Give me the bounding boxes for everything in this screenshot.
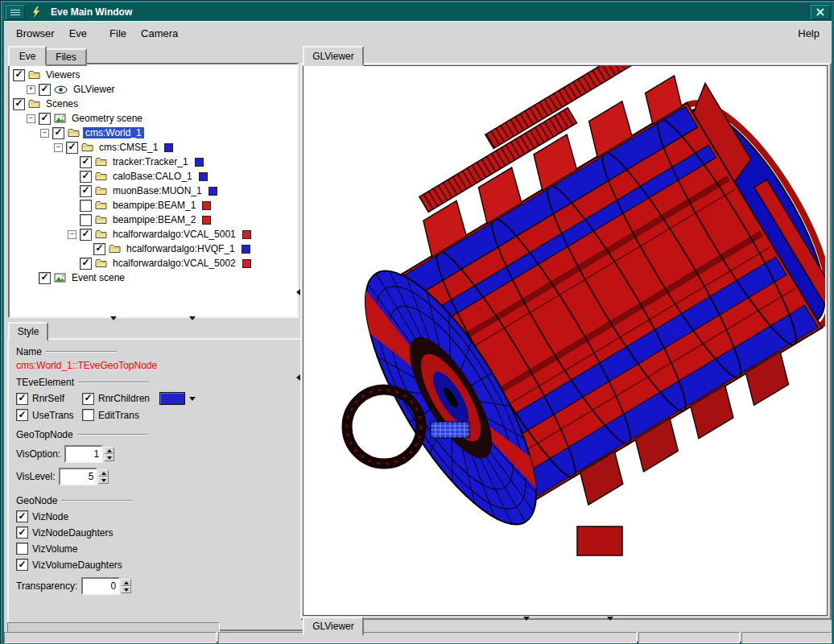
main-color-button[interactable] <box>159 392 185 405</box>
color-swatch <box>208 187 217 196</box>
app-icon <box>28 5 44 19</box>
vislevel-input[interactable] <box>59 468 97 485</box>
transparency-spin-down[interactable] <box>121 586 131 593</box>
tree-checkbox[interactable] <box>80 229 92 241</box>
vizvolumedaughters-checkbox[interactable] <box>16 559 28 571</box>
tree-checkbox[interactable] <box>80 185 92 197</box>
eve-main-window: Eve Main Window Browser Eve File Camera … <box>0 0 834 644</box>
rnrchildren-checkbox[interactable] <box>82 393 94 405</box>
tab-glviewer[interactable]: GLViewer <box>303 46 364 66</box>
tree-expand-icon[interactable] <box>27 85 35 94</box>
tree-row-selected: cms:World_1 <box>40 126 297 140</box>
vizvolumedaughters-option[interactable]: VizVolumeDaughters <box>16 559 304 571</box>
transparency-spin-up[interactable] <box>121 579 131 586</box>
window-menu-button[interactable] <box>6 5 25 19</box>
menu-file[interactable]: File <box>102 24 134 43</box>
tree-item-label[interactable]: caloBase:CALO_1 <box>110 171 195 182</box>
vizvolume-option[interactable]: VizVolume <box>16 543 304 555</box>
tree-collapse-icon[interactable] <box>54 143 63 152</box>
window-title: Eve Main Window <box>51 6 132 18</box>
viznodedaughters-option[interactable]: VizNodeDaughters <box>16 526 304 539</box>
splitter-arrow[interactable] <box>110 316 117 320</box>
vizvolume-checkbox[interactable] <box>16 543 28 555</box>
menu-camera[interactable]: Camera <box>134 24 185 43</box>
color-swatch <box>202 216 211 225</box>
edittrans-checkbox[interactable] <box>82 409 94 421</box>
tab-style[interactable]: Style <box>8 322 48 341</box>
vislevel-spin-down[interactable] <box>98 477 109 484</box>
usetrans-checkbox[interactable] <box>16 409 28 421</box>
splitter-arrow[interactable] <box>189 316 196 320</box>
tab-glviewer-bottom[interactable]: GLViewer <box>303 617 364 636</box>
tree-checkbox[interactable] <box>52 127 64 139</box>
tree-row: Event scene <box>27 270 297 285</box>
tree-item-label[interactable]: beampipe:BEAM_1 <box>110 200 198 211</box>
viznode-checkbox[interactable] <box>16 510 28 522</box>
tree-checkbox[interactable] <box>13 69 25 81</box>
statusbar-segment <box>4 632 217 643</box>
tree-item-label[interactable]: Viewers <box>43 69 82 80</box>
tree-row: beampipe:BEAM_2 <box>68 213 297 227</box>
color-swatch <box>199 172 208 181</box>
menu-help[interactable]: Help <box>791 24 827 43</box>
tree-item-label[interactable]: cms:CMSE_1 <box>97 142 160 153</box>
color-swatch <box>164 143 173 152</box>
color-dropdown-icon[interactable] <box>189 397 196 401</box>
edittrans-option[interactable]: EditTrans <box>82 409 139 421</box>
color-swatch <box>195 158 204 167</box>
tree-item-label[interactable]: muonBase:MUON_1 <box>110 185 204 196</box>
tab-files[interactable]: Files <box>45 48 87 66</box>
tree-item-label[interactable]: hcalforwardalgo:HVQF_1 <box>124 243 237 254</box>
tree-checkbox[interactable] <box>80 214 92 226</box>
tree-item-label[interactable]: Geometry scene <box>69 113 145 124</box>
rnrself-checkbox[interactable] <box>16 393 28 405</box>
folder-icon <box>28 70 40 80</box>
tree-checkbox[interactable] <box>80 258 92 270</box>
rnrchildren-option[interactable]: RnrChildren <box>82 393 150 405</box>
titlebar[interactable]: Eve Main Window <box>4 3 832 21</box>
visoption-label: VisOption: <box>16 448 60 460</box>
viznode-option[interactable]: VizNode <box>16 510 304 522</box>
tree-checkbox[interactable] <box>66 142 78 154</box>
tree-checkbox[interactable] <box>13 98 25 110</box>
tree-checkbox[interactable] <box>93 243 105 255</box>
tree-item-label[interactable]: Event scene <box>69 272 127 283</box>
tree-collapse-icon[interactable] <box>40 129 49 138</box>
menu-eve[interactable]: Eve <box>62 24 94 43</box>
tree-item-label[interactable]: hcalforwardalgo:VCAL_5002 <box>110 258 238 269</box>
tree-item-label[interactable]: cms:World_1 <box>83 127 144 138</box>
splitter-arrow[interactable] <box>523 617 530 621</box>
gl-viewport[interactable] <box>303 65 828 616</box>
viznodedaughters-checkbox[interactable] <box>16 526 28 539</box>
tree-item-label[interactable]: beampipe:BEAM_2 <box>110 214 198 225</box>
tree-row: GLViewer <box>27 82 297 97</box>
usetrans-option[interactable]: UseTrans <box>16 409 82 421</box>
style-panel: Name cms:World_1::TEveGeoTopNode TEveEle… <box>7 338 313 631</box>
visoption-spin-up[interactable] <box>104 447 114 454</box>
visoption-spin-down[interactable] <box>104 454 114 461</box>
menu-browser[interactable]: Browser <box>9 24 62 43</box>
tree-item-label[interactable]: Scenes <box>43 98 81 109</box>
tree-collapse-icon[interactable] <box>68 230 76 239</box>
tree-checkbox[interactable] <box>80 156 92 168</box>
rnrself-option[interactable]: RnrSelf <box>16 393 82 405</box>
splitter-arrow[interactable] <box>607 617 613 621</box>
tab-eve[interactable]: Eve <box>8 46 47 66</box>
visoption-input[interactable] <box>64 445 103 463</box>
tree-item-label[interactable]: GLViewer <box>71 84 118 95</box>
close-button[interactable] <box>811 5 830 19</box>
tree-item-label[interactable]: hcalforwardalgo:VCAL_5001 <box>110 229 238 240</box>
tree-checkbox[interactable] <box>39 272 51 284</box>
tree-row: tracker:Tracker_1 <box>68 155 297 169</box>
tree-item-label[interactable]: tracker:Tracker_1 <box>110 156 191 167</box>
tree-collapse-icon[interactable] <box>27 114 35 123</box>
tree-checkbox[interactable] <box>39 84 51 96</box>
tree-checkbox[interactable] <box>80 171 92 183</box>
tree-checkbox[interactable] <box>39 113 51 125</box>
section-geotopnode: GeoTopNode <box>16 429 304 440</box>
vislevel-spin-up[interactable] <box>98 469 109 477</box>
tree-row: caloBase:CALO_1 <box>68 169 297 184</box>
tree-row: cms:CMSE_1 <box>54 140 297 155</box>
transparency-input[interactable] <box>81 577 120 595</box>
tree-checkbox[interactable] <box>80 200 92 212</box>
